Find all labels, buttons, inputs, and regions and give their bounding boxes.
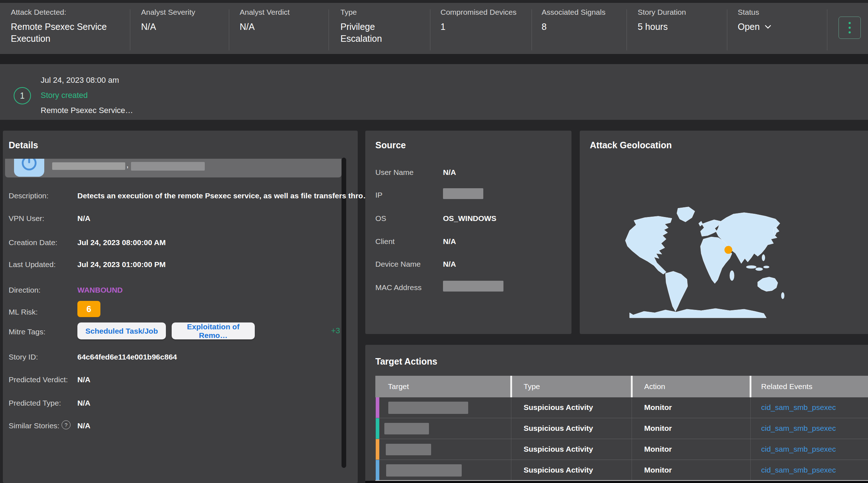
table-row[interactable]: Suspicious Activity Monitor cid_sam_smb_… [375,397,868,418]
compromised-devices-value: 1 [440,22,446,32]
timeline-event-label[interactable]: Story created [41,91,88,100]
associated-signals-value: 8 [542,22,547,32]
similar-stories-label: Similar Stories: [9,421,59,430]
source-panel: Source User Name N/A IP OS OS_WINDOWS Cl… [365,131,571,334]
column-header-action: Action [644,376,665,397]
target-actions-title: Target Actions [375,356,437,367]
table-row[interactable]: Suspicious Activity Monitor cid_sam_smb_… [375,439,868,460]
incident-story-page: Attack Detected: Remote Psexec Service E… [0,0,868,483]
mitre-tags-more-link[interactable]: +3 [331,326,340,335]
row-severity-marker [376,439,379,460]
client-value: N/A [443,237,456,246]
target-actions-table: Target Type Action Related Events Suspic… [375,376,868,483]
redacted-banner-text [52,162,125,170]
action-cell: Monitor [644,403,672,412]
attack-location-marker [724,246,732,254]
related-event-link[interactable]: cid_sam_smb_psexec [761,445,836,453]
column-header-target: Target [388,376,409,397]
column-header-type: Type [524,376,540,397]
kebab-menu-icon [849,22,851,33]
source-panel-title: Source [375,140,406,150]
row-severity-marker [376,397,379,418]
banner-separator: , [126,159,129,170]
predicted-verdict-label: Predicted Verdict: [9,375,68,384]
chevron-down-icon [765,25,771,29]
divider [627,9,627,50]
type-cell: Suspicious Activity [524,445,593,453]
divider [532,9,532,50]
mitre-tag-button[interactable]: Exploitation of Remo… [172,322,255,339]
header-divider [750,376,751,397]
divider [827,9,827,50]
details-panel: Details , Description: Detects an execut… [3,131,358,483]
mac-address-label: MAC Address [375,283,421,292]
row-severity-marker [376,460,379,481]
ml-risk-label: ML Risk: [9,308,38,316]
divider [430,9,430,50]
divider [727,9,727,50]
action-cell: Monitor [644,466,672,474]
type-label: Type [340,8,357,17]
divider [130,9,130,50]
ml-risk-badge: 6 [77,301,100,317]
clipped-edge [365,481,868,483]
status-label: Status [738,8,759,17]
attack-detected-value: Remote Psexec Service Execution [11,21,122,45]
table-row[interactable]: Suspicious Activity Monitor cid_sam_smb_… [375,460,868,481]
world-map [612,197,791,320]
details-info-banner: , [5,159,342,177]
device-name-label: Device Name [375,260,421,268]
attack-detected-label: Attack Detected: [11,8,66,17]
column-header-related-events: Related Events [761,376,812,397]
question-mark-icon[interactable]: ? [62,420,71,429]
redacted-banner-text [131,162,205,171]
timeline-timestamp: Jul 24, 2023 08:00 am [41,76,119,85]
target-actions-panel: Target Actions Target Type Action Relate… [365,345,868,483]
story-duration-label: Story Duration [638,8,686,17]
action-cell: Monitor [644,424,672,433]
redacted-target-name [386,444,431,455]
power-info-icon [14,159,44,177]
user-name-value: N/A [443,168,456,177]
redacted-target-name [388,402,468,414]
client-label: Client [375,237,395,246]
mitre-tags-label: Mitre Tags: [9,328,45,336]
separator-strip [0,54,868,64]
story-duration-value: 5 hours [638,22,668,32]
os-label: OS [375,214,386,223]
table-header-row: Target Type Action Related Events [375,376,868,397]
story-id-label: Story ID: [9,353,38,361]
os-value: OS_WINDOWS [443,214,496,223]
predicted-type-value: N/A [77,399,90,407]
related-event-link[interactable]: cid_sam_smb_psexec [761,403,836,412]
last-updated-label: Last Updated: [9,260,56,269]
story-actions-menu-button[interactable] [838,17,861,39]
vpn-user-label: VPN User: [9,214,44,223]
redacted-target-name [384,423,429,434]
details-scrollbar[interactable] [342,158,346,468]
header-divider [510,376,512,397]
analyst-severity-value: N/A [141,22,156,32]
direction-value: WANBOUND [77,286,123,294]
mitre-tag-button[interactable]: Scheduled Task/Job [77,322,166,339]
last-updated-value: Jul 24, 2023 01:00:00 PM [77,260,166,269]
geolocation-panel-title: Attack Geolocation [590,140,672,150]
table-row[interactable]: Suspicious Activity Monitor cid_sam_smb_… [375,418,868,439]
predicted-type-label: Predicted Type: [9,399,61,407]
story-id-value: 64c64fed6e114e001b96c864 [77,353,177,361]
related-event-link[interactable]: cid_sam_smb_psexec [761,466,836,474]
type-cell: Suspicious Activity [524,466,593,474]
creation-date-label: Creation Date: [9,238,57,247]
timeline-step-number: 1 [20,91,25,101]
type-cell: Suspicious Activity [524,403,593,412]
type-value: Privilege Escalation [340,21,416,45]
related-event-link[interactable]: cid_sam_smb_psexec [761,424,836,433]
description-value: Detects an execution of the remote Psexe… [77,191,371,200]
timeline-event-detail: Remote Psexec Service… [41,106,133,115]
vpn-user-value: N/A [77,214,90,223]
status-dropdown[interactable]: Open [738,22,771,32]
analyst-verdict-value: N/A [240,22,255,32]
ip-label: IP [375,191,383,199]
ml-risk-value: 6 [86,304,91,314]
attack-geolocation-panel: Attack Geolocation [580,131,868,334]
